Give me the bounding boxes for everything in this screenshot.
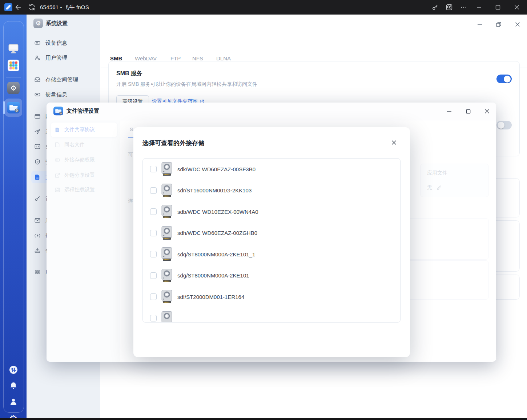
drive-checkbox[interactable] — [150, 166, 157, 172]
svg-text:⚙: ⚙ — [10, 84, 16, 92]
drive-label: sdg/ST8000NM000A-2KE101 — [177, 272, 249, 279]
drive-list-item[interactable]: sdk/WDC WD60EZAZ-00SF3B0 — [143, 159, 400, 180]
dock-item-appcenter[interactable] — [0, 60, 27, 71]
sidebar-item-disk-info[interactable]: 硬盘信息 — [31, 88, 97, 101]
sidebar-item-user-management[interactable]: 用户管理 — [31, 52, 97, 64]
notifications-icon[interactable] — [0, 381, 27, 391]
modal-maximize-button[interactable] — [462, 106, 474, 117]
smb-service-heading: SMB 服务 — [116, 70, 142, 77]
drive-label: sdb/WDC WD10EZEX-00WN4A0 — [177, 209, 258, 215]
settings-close-button[interactable] — [512, 19, 523, 30]
minimize-button[interactable] — [472, 0, 486, 15]
settings-window-title: 系统设置 — [46, 20, 68, 27]
drive-checkbox[interactable] — [150, 293, 157, 300]
window-titlebar: 654561 - 飞牛 fnOS — [0, 0, 527, 15]
drive-list-item[interactable]: sdq/ST8000NM000A-2KE101_1 — [143, 244, 400, 265]
select-external-storage-dialog: 选择可查看的外接存储 sdk/WDC WD60EZAZ-00SF3B0 — [133, 127, 410, 357]
drive-checkbox[interactable] — [150, 230, 157, 236]
file-management-icon: ⚙ — [53, 106, 63, 116]
drive-checkbox[interactable] — [150, 187, 157, 194]
hdd-icon — [161, 162, 173, 176]
drive-list-item[interactable]: sdb/WDC WD10EZEX-00WN4A0 — [143, 201, 400, 223]
sidebar-item-label: 设备信息 — [45, 40, 67, 47]
hdd-icon — [161, 184, 173, 197]
secondary-service-toggle[interactable] — [496, 121, 512, 129]
smb-service-toggle[interactable] — [496, 75, 512, 83]
sidebar-item-label: 硬盘信息 — [45, 91, 67, 98]
dialog-footer: 全选 已选择 0 取消 确定 — [133, 331, 410, 357]
sidebar-item-label: 用户管理 — [45, 55, 67, 61]
user-account-icon[interactable] — [0, 397, 27, 407]
hdd-icon — [161, 205, 173, 219]
svg-text:⚙: ⚙ — [15, 109, 18, 112]
settings-minimize-button[interactable] — [474, 19, 486, 30]
modal-close-button[interactable] — [481, 106, 493, 117]
hdd-icon — [161, 311, 173, 323]
drive-list-item[interactable]: sdg/ST8000NM000A-2KE101 — [143, 265, 400, 287]
dock-divider — [6, 77, 21, 77]
settings-gear-icon: ⚙ — [33, 19, 43, 28]
svg-text:⚙: ⚙ — [60, 112, 62, 115]
key-icon[interactable] — [428, 0, 442, 15]
drive-label: sdf/ST2000DM001-1ER164 — [177, 294, 244, 300]
screen: 654561 - 飞牛 fnOS ⚙ — [0, 0, 527, 420]
modal-minimize-button[interactable] — [443, 106, 455, 117]
dock-item-file-manager[interactable]: ⚙ — [0, 102, 27, 114]
maximize-button[interactable] — [491, 0, 505, 15]
drive-checkbox[interactable] — [150, 272, 157, 279]
dock-frame — [3, 21, 24, 413]
drive-list-item[interactable]: sdr/ST16000NM001G-2KK103 — [143, 180, 400, 201]
hdd-icon — [161, 269, 173, 283]
dock-item-settings[interactable]: ⚙ — [0, 82, 27, 94]
settings-restore-button[interactable] — [493, 19, 504, 30]
drive-list: sdk/WDC WD60EZAZ-00SF3B0 sdr/ST16000NM00… — [142, 158, 401, 323]
drive-list-item[interactable]: sdh/WDC WD60EZAZ-00ZGHB0 — [143, 223, 400, 244]
drive-label: sdq/ST8000NM000A-2KE101_1 — [177, 251, 255, 257]
dock-item-desktop[interactable] — [0, 44, 27, 54]
close-button[interactable] — [510, 0, 524, 15]
drive-label: sdh/WDC WD60EZAZ-00ZGHB0 — [177, 230, 257, 236]
transfer-tasks-icon[interactable] — [0, 365, 27, 375]
drive-label: sdk/WDC WD60EZAZ-00SF3B0 — [177, 166, 256, 172]
drive-label: sdr/ST16000NM001G-2KK103 — [177, 187, 252, 193]
sidebar-item-label: 存储空间管理 — [45, 76, 78, 83]
app-dock: ⚙ ⚙ ⚙ — [0, 15, 27, 418]
hdd-icon — [161, 290, 173, 304]
drive-checkbox[interactable] — [150, 208, 157, 215]
sidebar-item-device-info[interactable]: 设备信息 — [31, 37, 97, 49]
sidebar-item-storage-management[interactable]: 存储空间管理 — [31, 73, 97, 86]
dialog-close-icon[interactable] — [390, 138, 398, 147]
modal-header — [47, 103, 496, 120]
hdd-icon — [161, 247, 173, 261]
drive-checkbox[interactable] — [150, 315, 157, 321]
modal-title: 文件管理设置 — [67, 108, 99, 115]
window-title: 654561 - 飞牛 fnOS — [40, 0, 89, 15]
back-icon[interactable] — [11, 0, 25, 15]
more-options-icon[interactable] — [456, 0, 471, 15]
hdd-icon — [161, 226, 173, 240]
smb-service-description: 开启 SMB 服务可以让你的设备在局域网内轻松共享和访问文件 — [116, 81, 257, 88]
drive-list-item-partial[interactable] — [143, 308, 400, 323]
drive-list-item[interactable]: sdf/ST2000DM001-1ER164 — [143, 286, 400, 308]
dialog-title: 选择可查看的外接存储 — [142, 139, 204, 147]
taskbar-edge — [0, 418, 527, 420]
remote-view-icon[interactable] — [442, 0, 456, 15]
refresh-icon[interactable] — [25, 0, 39, 15]
drive-checkbox[interactable] — [150, 251, 157, 257]
